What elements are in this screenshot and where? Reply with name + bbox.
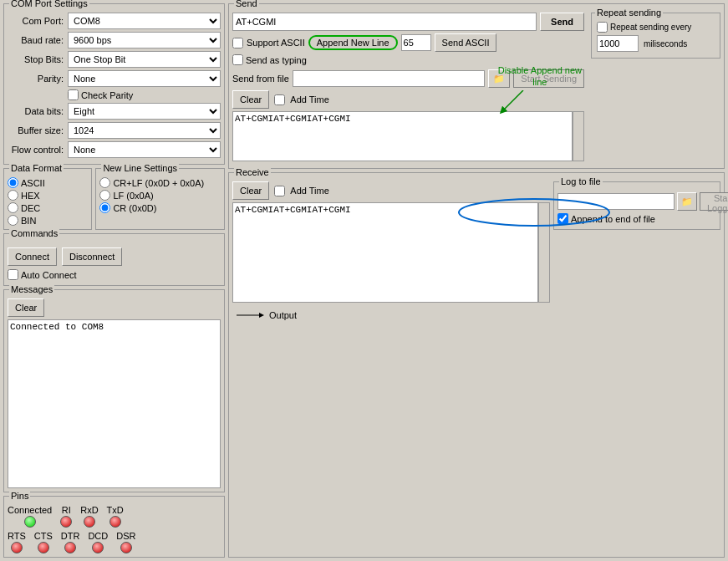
- data-bits-select[interactable]: Eight: [68, 103, 221, 120]
- send-file-input[interactable]: [293, 70, 485, 87]
- pin-txd-label: TxD: [107, 505, 124, 515]
- send-as-typing-label: Send as typing: [246, 55, 307, 65]
- hex-label: HEX: [21, 191, 40, 201]
- repeat-section: Repeat sending Repeat sending every mili…: [591, 13, 720, 59]
- check-parity-label: Check Parity: [81, 90, 133, 100]
- repeat-title: Repeat sending: [595, 8, 663, 18]
- pin-dsr-label: DSR: [116, 531, 135, 541]
- send-clear-button[interactable]: Clear: [232, 90, 269, 109]
- start-logging-button[interactable]: Start Logging: [700, 192, 728, 211]
- pin-txd-led: [109, 516, 121, 528]
- support-ascii-checkbox[interactable]: [232, 38, 243, 48]
- pin-dtr-label: DTR: [61, 531, 80, 541]
- log-to-file-title: Log to file: [559, 176, 603, 186]
- messages-title: Messages: [9, 284, 54, 294]
- buffer-size-label: Buffer size:: [8, 125, 68, 135]
- receive-clear-button[interactable]: Clear: [232, 181, 269, 200]
- cr-label: CR (0x0D): [113, 203, 156, 213]
- lf-radio[interactable]: [99, 190, 110, 201]
- send-textarea[interactable]: [232, 111, 573, 161]
- crlf-radio[interactable]: [99, 177, 110, 188]
- dec-radio[interactable]: [8, 202, 18, 213]
- log-file-browse-button[interactable]: 📁: [677, 192, 697, 211]
- dec-label: DEC: [21, 203, 40, 213]
- crlf-label: CR+LF (0x0D + 0x0A): [113, 178, 204, 188]
- append-to-end-label: Append to end of file: [571, 214, 655, 224]
- data-bits-label: Data bits:: [8, 106, 68, 116]
- log-file-input[interactable]: [557, 193, 675, 210]
- cr-radio[interactable]: [99, 202, 110, 213]
- com-port-label: Com Port:: [8, 16, 68, 26]
- receive-scrollbar[interactable]: [538, 202, 550, 303]
- ascii-radio[interactable]: [8, 177, 18, 188]
- hex-radio[interactable]: [8, 190, 18, 201]
- auto-connect-checkbox[interactable]: [8, 269, 18, 280]
- receive-textarea[interactable]: [232, 202, 538, 303]
- append-to-end-checkbox[interactable]: [557, 213, 568, 224]
- send-command-input[interactable]: [232, 13, 537, 31]
- bin-label: BIN: [21, 216, 36, 226]
- messages-textarea[interactable]: [8, 319, 221, 488]
- pin-cts-label: CTS: [34, 531, 53, 541]
- pins-title: Pins: [9, 491, 30, 501]
- receive-group: Receive Clear Add Time: [228, 172, 725, 558]
- disconnect-button[interactable]: Disconnect: [62, 247, 122, 266]
- pin-dsr-led: [120, 542, 132, 553]
- ascii-num-input[interactable]: [401, 34, 431, 51]
- output-label: Output: [269, 310, 297, 320]
- pins-group: Pins Connected RI RxD TxD: [3, 496, 225, 558]
- add-time-send-label: Add Time: [290, 94, 328, 105]
- repeat-checkbox[interactable]: [597, 22, 608, 33]
- pin-rxd: RxD: [80, 505, 98, 528]
- flow-control-select[interactable]: None: [68, 141, 221, 158]
- new-line-title: New Line Settings: [101, 163, 179, 173]
- pin-dcd: DCD: [88, 531, 108, 553]
- add-time-receive-checkbox[interactable]: [274, 186, 285, 196]
- pin-ri-led: [60, 516, 72, 528]
- add-time-receive-label: Add Time: [290, 186, 328, 196]
- check-parity-checkbox[interactable]: [68, 89, 79, 100]
- pin-dsr: DSR: [116, 531, 135, 553]
- add-time-send-checkbox[interactable]: [274, 94, 285, 105]
- pin-ri: RI: [60, 505, 72, 528]
- pin-dtr-led: [64, 542, 76, 553]
- buffer-size-select[interactable]: 1024: [68, 122, 221, 139]
- append-new-line-button[interactable]: Append New Line: [308, 35, 398, 50]
- data-format-title: Data Format: [9, 163, 64, 173]
- repeat-label: Repeat sending every: [610, 23, 691, 32]
- send-as-typing-checkbox[interactable]: [232, 54, 243, 65]
- send-button[interactable]: Send: [540, 13, 584, 31]
- send-scrollbar[interactable]: [573, 111, 584, 161]
- pin-cts-led: [38, 542, 49, 553]
- send-group: Send Send Support ASCII Append New Line: [228, 3, 725, 169]
- send-file-browse-button[interactable]: 📁: [488, 69, 510, 88]
- pin-rts: RTS: [8, 531, 26, 553]
- support-ascii-label: Support ASCII: [247, 38, 305, 48]
- repeat-unit-label: miliseconds: [644, 39, 687, 48]
- pin-rts-led: [11, 542, 23, 553]
- parity-select[interactable]: None: [68, 70, 221, 87]
- auto-connect-label: Auto Connect: [21, 270, 77, 280]
- log-folder-icon: 📁: [681, 196, 693, 207]
- parity-label: Parity:: [8, 74, 68, 84]
- messages-clear-button[interactable]: Clear: [8, 298, 44, 317]
- folder-icon: 📁: [493, 74, 505, 84]
- send-from-file-label: Send from file: [232, 74, 289, 84]
- receive-title: Receive: [234, 167, 271, 177]
- send-title: Send: [234, 0, 259, 8]
- repeat-value-input[interactable]: [597, 35, 639, 52]
- send-ascii-button[interactable]: Send ASCII: [435, 33, 497, 52]
- com-port-select[interactable]: COM8: [68, 13, 221, 29]
- bin-radio[interactable]: [8, 215, 18, 226]
- connect-button[interactable]: Connect: [8, 247, 57, 266]
- pin-rts-label: RTS: [8, 531, 26, 541]
- pin-dtr: DTR: [61, 531, 80, 553]
- pin-connected: Connected: [8, 505, 52, 528]
- messages-group: Messages Clear: [3, 289, 225, 492]
- baud-rate-select[interactable]: 9600 bps: [68, 32, 221, 48]
- pin-dcd-led: [92, 542, 104, 553]
- stop-bits-select[interactable]: One Stop Bit: [68, 51, 221, 68]
- start-sending-button[interactable]: Start Sending: [513, 69, 584, 88]
- commands-title: Commands: [9, 228, 59, 238]
- data-format-group: Data Format ASCII HEX DEC: [3, 168, 92, 230]
